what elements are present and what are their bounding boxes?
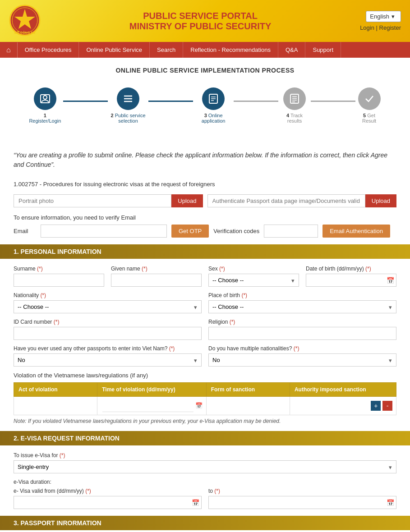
nav-online-public-service[interactable]: Online Public Service [79, 42, 150, 58]
sex-label: Sex (*) [208, 266, 299, 272]
passport-section-header: 3. PASSPORT INRORMATION [0, 516, 410, 530]
header-title: PUBLIC SERVICE PORTAL MINISTRY OF PUBLIC… [50, 11, 351, 32]
pob-select[interactable]: -- Choose -- [208, 300, 396, 313]
sex-col: Sex (*) -- Choose -- Male Female Other [208, 266, 299, 287]
religion-label: Religion (*) [208, 319, 396, 325]
other-passports-wrapper: No Yes [14, 353, 202, 367]
given-name-col: Given name (*) [111, 266, 202, 287]
evisa-to-label: to (*) [208, 488, 396, 494]
email-auth-btn[interactable]: Email Authentication [322, 225, 390, 238]
sex-select[interactable]: -- Choose -- Male Female Other [208, 274, 299, 287]
language-selector[interactable]: English ▾ [366, 11, 401, 22]
dob-label: Date of birth (dd/mm/yy) (*) [306, 266, 396, 272]
nav-office-procedures[interactable]: Office Procedures [18, 42, 79, 58]
step-3-label: 3 Online application [193, 113, 234, 124]
other-passports-select[interactable]: No Yes [14, 353, 202, 367]
dob-input[interactable] [306, 274, 396, 287]
step-3-circle [202, 87, 225, 110]
dob-wrapper: 📅 [306, 274, 396, 287]
del-violation-btn[interactable]: - [382, 401, 392, 411]
nav-search[interactable]: Search [150, 42, 183, 58]
violation-act-input[interactable] [14, 397, 97, 415]
verify-row: Email Get OTP Verification codes Email A… [14, 225, 396, 238]
violation-label: Violation of the Vietnamese laws/regulat… [14, 372, 396, 379]
svg-text:BỘ CÔNG AN: BỘ CÔNG AN [14, 31, 35, 35]
violation-col-act: Act of violation [14, 383, 97, 397]
violation-note: Note: If you violated Vietnamese laws/re… [14, 418, 396, 424]
portrait-input[interactable] [14, 194, 171, 207]
passport-input[interactable] [207, 194, 365, 207]
surname-col: Surname (*) [14, 266, 104, 287]
multi-nationalities-select[interactable]: No Yes [208, 353, 396, 367]
evisa-section-header: 2. E-VISA REQUEST INFORMATION [0, 431, 410, 445]
step-2: 2 Public service selection [108, 87, 148, 124]
nav-qna[interactable]: Q&A [278, 42, 305, 58]
evisa-to-input[interactable] [208, 496, 396, 509]
step-4-label: 4 Track results [278, 113, 310, 124]
connector-3-4 [234, 101, 279, 102]
given-name-label: Given name (*) [111, 266, 202, 272]
step-1-circle [34, 87, 56, 110]
religion-input[interactable] [208, 327, 396, 340]
upload-row: Upload Upload [14, 194, 396, 207]
svg-point-5 [43, 96, 47, 99]
logo: BỘ CÔNG AN [9, 5, 41, 37]
violation-calendar-icon[interactable]: 📅 [195, 402, 203, 409]
row-name-sex-dob: Surname (*) Given name (*) Sex (*) -- Ch… [14, 266, 396, 287]
religion-col: Religion (*) [208, 319, 396, 340]
verification-label: Verification codes [213, 228, 259, 234]
login-link[interactable]: Login [360, 24, 374, 31]
violation-col-time: Time of violation (dd/mm/yy) [97, 383, 207, 397]
add-violation-btn[interactable]: + [371, 401, 381, 411]
calendar-icon[interactable]: 📅 [387, 277, 394, 284]
violation-time-input[interactable] [102, 399, 193, 412]
evisa-dates-row: e- Visa valid from (dd/mm/yy) (*) 📅 to (… [14, 488, 396, 509]
row-nationality-pob: Nationality (*) -- Choose -- Place of bi… [14, 292, 396, 313]
evisa-to-col: to (*) 📅 [208, 488, 396, 509]
email-input[interactable] [41, 225, 167, 238]
nationality-col: Nationality (*) -- Choose -- [14, 292, 202, 313]
get-otp-btn[interactable]: Get OTP [171, 225, 209, 238]
step-5-circle [358, 87, 381, 110]
passport-upload-field: Upload [207, 194, 397, 207]
connector-4-5 [311, 101, 356, 102]
step-2-label: 2 Public service selection [108, 113, 148, 124]
portrait-upload-btn[interactable]: Upload [171, 194, 203, 207]
step-1-label: 1 Register/Login [27, 113, 63, 124]
header-right: English ▾ Login | Register [360, 11, 401, 31]
multi-nationalities-label: Do you have multiple nationalities? (*) [208, 345, 396, 352]
chevron-down-icon: ▾ [392, 13, 395, 20]
email-label: Email [14, 228, 36, 234]
home-nav-icon[interactable]: ⌂ [0, 42, 18, 58]
violation-form-input[interactable] [206, 397, 290, 415]
process-title: ONLINE PUBLIC SERVICE IMPLEMENTATION PRO… [9, 67, 401, 74]
nav-support[interactable]: Support [305, 42, 341, 58]
portrait-upload-field: Upload [14, 194, 203, 207]
passport-upload-btn[interactable]: Upload [365, 194, 396, 207]
register-link[interactable]: Register [379, 24, 401, 31]
evisa-issue-select[interactable]: Single-entry Multiple-entry [14, 460, 396, 473]
evisa-from-label: e- Visa valid from (dd/mm/yy) (*) [14, 488, 202, 494]
other-passports-col: Have you ever used any other passports t… [14, 345, 202, 367]
connector-2-3 [148, 101, 193, 102]
evisa-issue-row: To issue e-Visa for (*) Single-entry Mul… [14, 452, 396, 473]
violation-authority-input[interactable] [300, 403, 369, 409]
evisa-from-calendar-icon[interactable]: 📅 [192, 499, 199, 506]
violation-col-authority: Authority imposed sanction [290, 383, 396, 397]
verify-section: To ensure information, you need to verif… [14, 214, 396, 238]
nav-reflection[interactable]: Reflection - Recommendations [183, 42, 278, 58]
evisa-to-calendar-icon[interactable]: 📅 [387, 499, 394, 506]
step-2-circle [117, 87, 139, 110]
evisa-from-wrapper: 📅 [14, 496, 202, 509]
dob-col: Date of birth (dd/mm/yy) (*) 📅 [306, 266, 396, 287]
idcard-input[interactable] [14, 327, 202, 340]
given-name-input[interactable] [111, 274, 202, 287]
evisa-from-input[interactable] [14, 496, 202, 509]
surname-input[interactable] [14, 274, 104, 287]
violation-authority-cell: + - [290, 397, 396, 415]
nationality-select[interactable]: -- Choose -- [14, 300, 202, 313]
row-idcard-religion: ID Card number (*) Religion (*) [14, 319, 396, 340]
connector-1-2 [63, 101, 108, 102]
separator: | [376, 24, 378, 31]
verification-code-input[interactable] [264, 225, 318, 238]
